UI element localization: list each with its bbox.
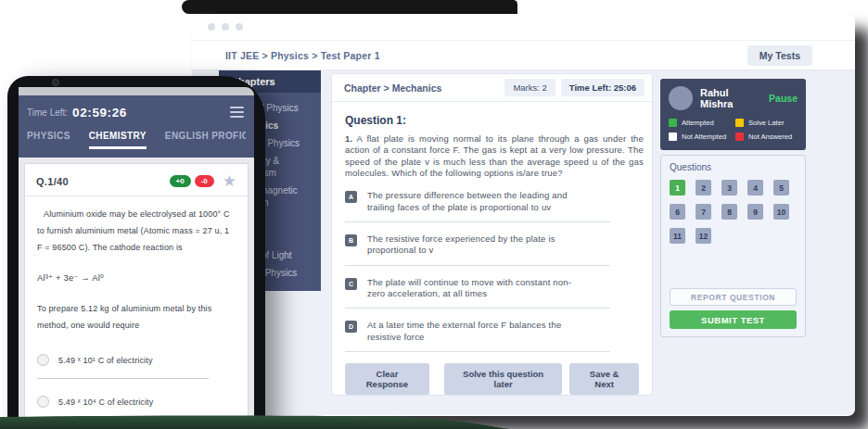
star-icon[interactable]: ★ [223, 173, 236, 189]
right-panel: Rahul Mishra Pause Attempted Solve Later… [660, 79, 806, 337]
submit-test-button[interactable]: SUBMIT TEST [670, 310, 797, 329]
question-cell-5[interactable]: 5 [773, 180, 789, 196]
phone-screen: Time Left: 02:59:26 PHYSICS CHEMISTRY EN… [19, 95, 254, 429]
marks-badge: Marks: 2 [504, 79, 555, 96]
legend-not-attempted: Not Attempted [669, 132, 735, 141]
mobile-options: 5.49 ˣ 10¹ C of electricity 5.49 ˣ 10⁴ C… [25, 334, 248, 421]
tab-chemistry[interactable]: CHEMISTRY [89, 131, 147, 149]
content-area: Chapters General Physics Mechanics Therm… [192, 70, 855, 415]
question-number-grid: 1 2 3 4 5 6 7 8 9 10 11 12 [670, 180, 797, 244]
mobile-card-header: Q.1/40 +0 -0 ★ [25, 164, 248, 196]
browser-window: IIT JEE > Physics > Test Paper 1 My Test… [192, 14, 855, 416]
questions-panel: Questions 1 2 3 4 5 6 7 8 9 10 11 12 REP… [660, 155, 806, 337]
attempted-swatch [669, 119, 677, 127]
option-b[interactable]: B The resistive force experienced by the… [345, 233, 639, 257]
window-control-dot[interactable] [222, 23, 229, 31]
option-d-text: At a later time the external force F bal… [367, 320, 588, 343]
question-cell-10[interactable]: 10 [773, 204, 789, 220]
negative-marks-badge: -0 [195, 175, 214, 187]
window-titlebar [192, 14, 855, 41]
question-cell-1[interactable]: 1 [670, 180, 685, 196]
option-c-badge: C [345, 278, 357, 290]
question-cell-7[interactable]: 7 [696, 204, 711, 220]
top-nav: IIT JEE > Physics > Test Paper 1 My Test… [192, 41, 855, 70]
legend-attempted: Attempted [669, 119, 735, 127]
chapter-breadcrumb: Chapter > Mechanics [344, 82, 499, 94]
time-left-badge: Time Left: 25:06 [561, 79, 645, 96]
user-card: Rahul Mishra Pause Attempted Solve Later… [660, 79, 806, 150]
mobile-header: Time Left: 02:59:26 PHYSICS CHEMISTRY EN… [19, 95, 254, 158]
question-body: Question 1: 1. A flat plate is moving no… [332, 102, 652, 403]
question-cell-4[interactable]: 4 [747, 180, 763, 196]
option-c-text: The plate will continue to move with con… [367, 277, 588, 300]
question-cell-3[interactable]: 3 [721, 180, 737, 196]
not-attempted-swatch [669, 132, 677, 141]
report-question-button[interactable]: REPORT QUESTION [670, 288, 797, 306]
question-counter: Q.1/40 [36, 176, 69, 187]
window-control-dot[interactable] [208, 23, 215, 31]
question-cell-2[interactable]: 2 [696, 180, 711, 196]
save-next-button[interactable]: Save & Next [569, 363, 639, 395]
legend-not-answered: Not Answered [735, 132, 798, 141]
question-cell-11[interactable]: 11 [670, 228, 685, 244]
question-cell-12[interactable]: 12 [696, 228, 711, 244]
divider [345, 308, 610, 309]
solve-later-swatch [735, 119, 744, 127]
subject-tabs: PHYSICS CHEMISTRY ENGLISH PROFICIENCY [27, 131, 246, 149]
phone-bezel-strip [19, 87, 254, 95]
window-control-dot[interactable] [236, 23, 243, 31]
divider [37, 378, 209, 379]
mobile-option-2[interactable]: 5.49 ˣ 10⁴ C of electricity [37, 396, 236, 408]
not-answered-swatch [735, 132, 744, 141]
breadcrumb: IIT JEE > Physics > Test Paper 1 [225, 50, 380, 61]
question-paragraph: To prepare 5.12 kg of aluminium metal by… [37, 300, 236, 334]
option-a[interactable]: A The pressure difference between the le… [345, 190, 639, 213]
mobile-option-2-text: 5.49 ˣ 10⁴ C of electricity [58, 397, 153, 407]
questions-panel-title: Questions [670, 162, 797, 172]
mobile-option-1[interactable]: 5.49 ˣ 10¹ C of electricity [37, 354, 236, 366]
divider [345, 265, 610, 266]
my-tests-button[interactable]: My Tests [747, 45, 812, 66]
option-a-badge: A [345, 191, 357, 203]
radio-button[interactable] [37, 396, 49, 408]
legend-solve-later: Solve Later [735, 119, 798, 127]
mobile-question-text: Aluminium oxide may be electrolysed at 1… [25, 196, 248, 334]
phone-camera-icon [52, 79, 59, 86]
mobile-question-card: Q.1/40 +0 -0 ★ Aluminium oxide may be el… [24, 163, 249, 429]
question-card: Chapter > Mechanics Marks: 2 Time Left: … [331, 73, 653, 396]
option-a-text: The pressure difference between the lead… [367, 190, 588, 213]
mobile-timer-value: 02:59:26 [72, 106, 127, 120]
question-footer: Clear Response Solve this question later… [345, 352, 639, 395]
phone-mockup: Time Left: 02:59:26 PHYSICS CHEMISTRY EN… [7, 76, 265, 429]
option-b-badge: B [345, 234, 357, 246]
avatar [669, 86, 693, 110]
solve-later-button[interactable]: Solve this question later [444, 363, 562, 395]
green-swoosh-decoration [0, 414, 512, 429]
mobile-time-left-label: Time Left: [27, 107, 68, 118]
question-cell-6[interactable]: 6 [670, 204, 685, 220]
hamburger-menu-icon[interactable] [228, 105, 246, 120]
question-title: Question 1: [345, 114, 639, 127]
question-card-header: Chapter > Mechanics Marks: 2 Time Left: … [332, 74, 652, 102]
option-c[interactable]: C The plate will continue to move with c… [345, 277, 639, 300]
cathode-reaction-formula: Al³⁺ + 3e⁻ → Al⁰ [37, 269, 236, 286]
user-name: Rahul Mishra [700, 87, 761, 109]
pause-button[interactable]: Pause [769, 93, 798, 104]
background-device-bar [182, 0, 517, 14]
divider [345, 221, 610, 222]
question-text: 1. A flat plate is moving normal to its … [345, 133, 644, 179]
question-cell-9[interactable]: 9 [747, 204, 763, 220]
positive-marks-badge: +0 [170, 175, 191, 187]
radio-button[interactable] [37, 354, 49, 366]
mobile-option-1-text: 5.49 ˣ 10¹ C of electricity [58, 356, 153, 365]
question-paragraph: Aluminium oxide may be electrolysed at 1… [37, 206, 236, 256]
option-d[interactable]: D At a later time the external force F b… [345, 320, 639, 343]
mobile-body: Q.1/40 +0 -0 ★ Aluminium oxide may be el… [19, 158, 254, 429]
tab-english-proficiency[interactable]: ENGLISH PROFICIENCY [165, 131, 246, 149]
status-legend: Attempted Solve Later Not Attempted Not … [669, 119, 798, 141]
tab-physics[interactable]: PHYSICS [27, 131, 70, 149]
question-cell-8[interactable]: 8 [721, 204, 737, 220]
clear-response-button[interactable]: Clear Response [345, 363, 429, 395]
option-b-text: The resistive force experienced by the p… [367, 233, 588, 257]
option-d-badge: D [345, 321, 357, 333]
